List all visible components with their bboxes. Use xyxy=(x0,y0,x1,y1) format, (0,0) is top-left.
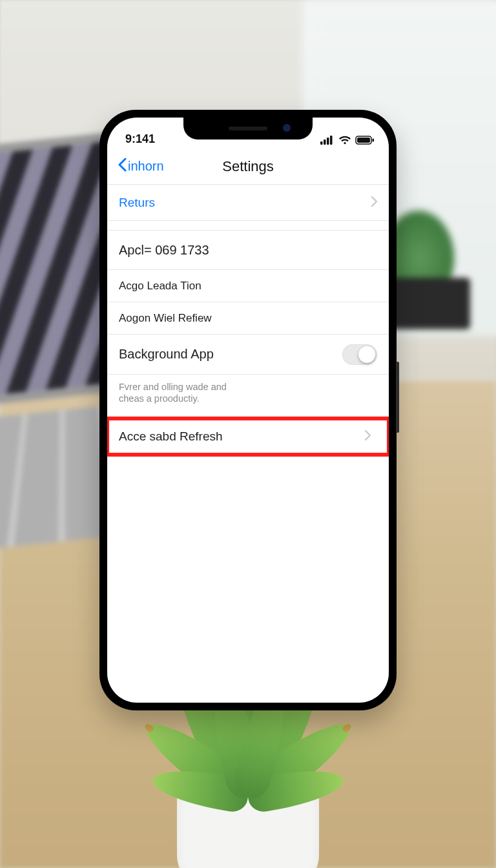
footer-line2: cheas a prooductiy. xyxy=(119,393,200,404)
page-title: Settings xyxy=(222,158,274,175)
chevron-right-icon xyxy=(364,429,371,444)
toggle-knob xyxy=(358,346,375,363)
background-app-toggle[interactable] xyxy=(342,344,377,365)
phone-camera xyxy=(283,124,291,132)
phone-notch xyxy=(183,118,313,140)
row-acce-sabd-refresh[interactable]: Acce sabd Refresh xyxy=(107,418,389,455)
chevron-right-icon xyxy=(371,196,377,210)
row-returs-label: Returs xyxy=(119,196,371,210)
row-acce-sabd-refresh-label: Acce sabd Refresh xyxy=(119,429,364,444)
svg-rect-5 xyxy=(357,138,370,143)
row-acgo[interactable]: Acgo Leada Tion xyxy=(107,270,389,302)
settings-list: Returs Apcl= 069 1733 Acgo Leada Tion Ao… xyxy=(107,185,389,455)
phone-screen: 9:141 xyxy=(107,118,389,703)
back-label: inhorn xyxy=(128,159,164,174)
phone-side-button xyxy=(396,362,399,433)
status-icons xyxy=(320,136,375,149)
svg-rect-2 xyxy=(327,138,329,145)
svg-rect-6 xyxy=(373,139,375,142)
row-returs[interactable]: Returs xyxy=(107,185,389,221)
phone-speaker xyxy=(229,127,267,130)
cellular-icon xyxy=(320,136,335,145)
row-aogon[interactable]: Aogon Wiel Refiew xyxy=(107,302,389,335)
footer-line1: Fvrer and olling wade and xyxy=(119,382,227,392)
nav-bar: inhorn Settings xyxy=(107,149,389,185)
wifi-icon xyxy=(338,136,351,145)
back-button[interactable]: inhorn xyxy=(114,149,168,184)
row-acgo-label: Acgo Leada Tion xyxy=(119,280,377,293)
chevron-left-icon xyxy=(118,158,127,175)
row-apcl[interactable]: Apcl= 069 1733 xyxy=(107,230,389,270)
row-aogon-label: Aogon Wiel Refiew xyxy=(119,312,377,325)
row-background-app[interactable]: Background App xyxy=(107,335,389,375)
svg-rect-3 xyxy=(330,136,333,145)
battery-icon xyxy=(355,136,375,145)
status-time: 9:141 xyxy=(121,132,155,149)
row-apcl-label: Apcl= 069 1733 xyxy=(119,243,377,258)
svg-rect-1 xyxy=(324,140,326,145)
svg-rect-0 xyxy=(320,141,323,145)
phone-frame: 9:141 xyxy=(99,110,397,710)
row-background-app-label: Background App xyxy=(119,347,342,362)
section-footer-note: Fvrer and olling wade and cheas a proodu… xyxy=(107,375,269,418)
